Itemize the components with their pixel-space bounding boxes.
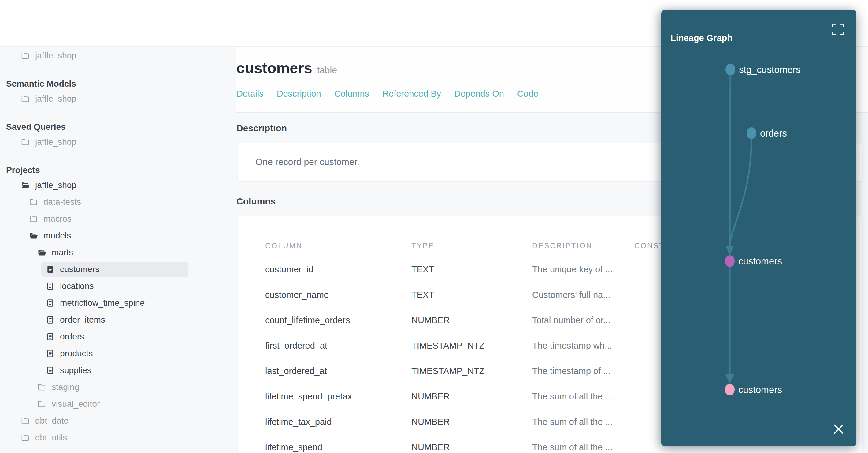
fullscreen-expand-icon[interactable] (831, 23, 845, 36)
sidebar-item-visual_editor[interactable]: visual_editor (0, 395, 237, 412)
table-cell-description: The unique key of ... (532, 264, 613, 275)
folder-icon (29, 197, 38, 207)
file-icon (45, 315, 55, 324)
table-cell-column[interactable]: lifetime_spend (265, 442, 322, 452)
sidebar-section-heading: Semantic Models (0, 77, 237, 90)
sidebar-item-orders[interactable]: orders (0, 328, 237, 345)
folder-icon (21, 137, 30, 147)
sidebar-item-label: macros (43, 214, 71, 224)
file-solid-icon (45, 265, 55, 274)
page-title-row: customers table (237, 59, 337, 77)
sidebar-item-label: marts (52, 248, 73, 257)
sidebar-item-jaffle_shop[interactable]: jaffle_shop (0, 90, 237, 107)
sidebar-item-data-tests[interactable]: data-tests (0, 193, 237, 210)
folder-icon (21, 433, 30, 442)
table-cell-column[interactable]: count_lifetime_orders (265, 315, 350, 325)
tab-columns[interactable]: Columns (334, 89, 369, 99)
table-cell-column[interactable]: first_ordered_at (265, 341, 327, 351)
sidebar-item-label: jaffle_shop (35, 51, 76, 61)
table-cell-description: Total number of or... (532, 315, 611, 325)
folder-icon (21, 51, 30, 60)
table-cell-description: The sum of all the ... (532, 442, 613, 452)
sidebar-item-label: visual_editor (52, 399, 100, 409)
file-icon (45, 349, 55, 358)
tab-description[interactable]: Description (277, 89, 321, 99)
tab-details[interactable]: Details (237, 89, 264, 99)
sidebar-section-heading: Saved Queries (0, 120, 237, 134)
page-title: customers (237, 59, 312, 77)
lineage-graph-panel: stg_customersorderscustomerscustomers Li… (661, 10, 857, 446)
lineage-arrowhead (725, 374, 734, 384)
tab-referenced-by[interactable]: Referenced By (382, 89, 441, 99)
file-icon (45, 332, 55, 341)
table-cell-type: TIMESTAMP_NTZ (411, 366, 485, 376)
sidebar-item-marts[interactable]: marts (0, 244, 237, 261)
sidebar-item-jaffle_shop[interactable]: jaffle_shop (0, 47, 237, 64)
table-cell-type: TIMESTAMP_NTZ (411, 341, 485, 351)
table-cell-description: The timestamp of ... (532, 366, 611, 376)
table-cell-column[interactable]: last_ordered_at (265, 366, 327, 376)
file-icon (45, 282, 55, 291)
table-cell-type: TEXT (411, 290, 434, 300)
table-cell-column[interactable]: customer_name (265, 290, 329, 300)
sidebar-item-label: dbt_date (35, 416, 68, 426)
sidebar-item-supplies[interactable]: supplies (0, 362, 237, 378)
lineage-graph-canvas[interactable]: stg_customersorderscustomerscustomers (661, 10, 857, 446)
lineage-node-label[interactable]: customers (738, 256, 782, 266)
column-header-column: COLUMN (265, 242, 303, 250)
sidebar-item-models[interactable]: models (0, 227, 237, 244)
lineage-node-dot-customers[interactable] (725, 384, 735, 395)
sidebar-item-customers[interactable]: customers (0, 261, 237, 278)
sidebar-item-label: customers (60, 264, 99, 274)
folder-icon (21, 94, 30, 104)
table-cell-description: The sum of all the ... (532, 392, 613, 402)
sidebar-item-locations[interactable]: locations (0, 278, 237, 294)
sidebar-item-macros[interactable]: macros (0, 210, 237, 227)
lineage-node-label[interactable]: stg_customers (739, 64, 801, 75)
table-cell-column[interactable]: lifetime_spend_pretax (265, 392, 352, 402)
sidebar-item-staging[interactable]: staging (0, 378, 237, 395)
lineage-node-dot-customers[interactable] (725, 255, 735, 267)
lineage-node-dot-orders[interactable] (747, 127, 756, 139)
file-icon (45, 299, 55, 308)
sidebar-item-dbt_utils[interactable]: dbt_utils (0, 429, 237, 446)
table-cell-description: The timestamp wh... (532, 341, 612, 351)
folder-open-icon (29, 231, 38, 240)
lineage-edge (730, 138, 751, 246)
sidebar-item-metricflow_time_spine[interactable]: metricflow_time_spine (0, 294, 237, 311)
table-cell-type: TEXT (411, 264, 434, 275)
sidebar-item-label: jaffle_shop (35, 180, 76, 190)
lineage-edge (730, 75, 731, 246)
folder-icon (21, 416, 30, 425)
lineage-arrowhead (725, 246, 734, 255)
table-cell-description: The sum of all the ... (532, 417, 613, 427)
folder-icon (29, 214, 38, 223)
sidebar-item-jaffle_shop[interactable]: jaffle_shop (0, 134, 237, 150)
sidebar-item-label: staging (52, 382, 79, 392)
folder-open-icon (21, 180, 30, 190)
column-header-type: TYPE (411, 242, 434, 250)
lineage-node-label[interactable]: orders (760, 128, 787, 139)
table-cell-column[interactable]: customer_id (265, 264, 313, 275)
sidebar-item-jaffle_shop[interactable]: jaffle_shop (0, 177, 237, 193)
sidebar-item-order_items[interactable]: order_items (0, 311, 237, 328)
sidebar-section-heading: Projects (0, 164, 237, 177)
sidebar-item-label: data-tests (43, 197, 81, 207)
tab-depends-on[interactable]: Depends On (454, 89, 504, 99)
lineage-footer-divider (661, 428, 821, 429)
sidebar-item-products[interactable]: products (0, 345, 237, 362)
folder-icon (37, 383, 46, 392)
page-title-type-badge: table (317, 65, 337, 75)
sidebar-item-label: metricflow_time_spine (60, 298, 145, 308)
description-text: One record per customer. (255, 157, 360, 167)
file-icon (45, 366, 55, 375)
sidebar-item-label: jaffle_shop (35, 137, 76, 147)
close-icon[interactable] (832, 422, 845, 436)
table-cell-column[interactable]: lifetime_tax_paid (265, 417, 332, 427)
table-cell-type: NUMBER (411, 417, 450, 427)
lineage-node-label[interactable]: customers (738, 385, 782, 395)
sidebar-item-label: products (60, 349, 93, 359)
lineage-node-dot-stg_customers[interactable] (725, 64, 735, 75)
sidebar-item-dbt_date[interactable]: dbt_date (0, 412, 237, 429)
tab-code[interactable]: Code (517, 89, 538, 99)
